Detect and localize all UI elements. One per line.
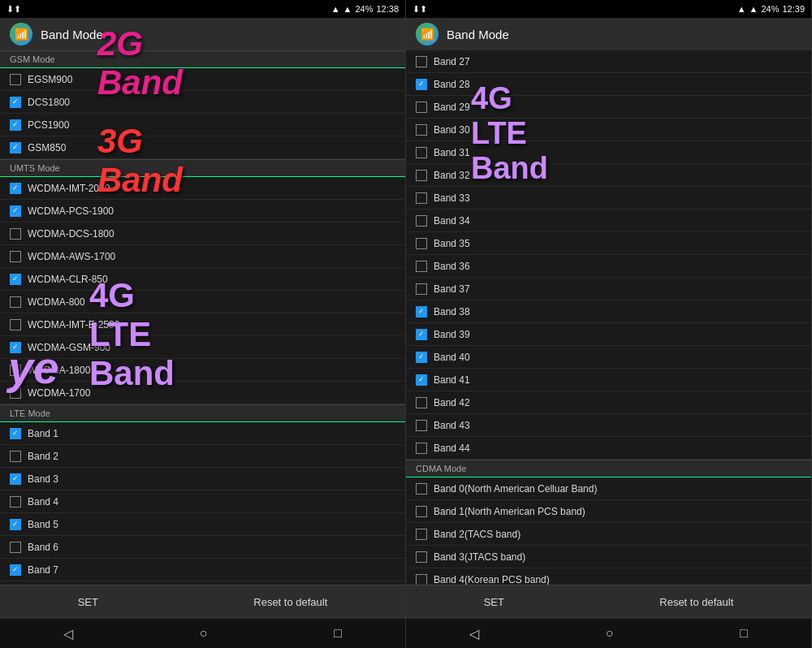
checkbox-cdma3[interactable]	[416, 551, 427, 563]
list-item[interactable]: Band 33	[406, 187, 811, 210]
checkbox-band37[interactable]	[416, 283, 427, 295]
list-item[interactable]: Band 3(JTACS band)	[406, 546, 811, 568]
checkbox-band32[interactable]	[416, 170, 427, 181]
list-item[interactable]: Band 36	[406, 255, 811, 278]
list-item[interactable]: Band 44	[406, 437, 811, 460]
list-item[interactable]: Band 28	[406, 73, 811, 96]
list-item[interactable]: Band 29	[406, 96, 811, 119]
list-item[interactable]: WCDMA-CLR-850	[0, 268, 405, 291]
checkbox-band31[interactable]	[416, 147, 427, 158]
list-item[interactable]: Band 31	[406, 141, 811, 164]
checkbox-band7[interactable]	[10, 564, 21, 576]
list-item[interactable]: WCDMA-IMT-E-2500	[0, 313, 405, 336]
checkbox-band28[interactable]	[416, 79, 427, 90]
list-item[interactable]: WCDMA-AWS-1700	[0, 245, 405, 268]
list-item[interactable]: Band 37	[406, 278, 811, 300]
checkbox-cdma0[interactable]	[416, 483, 427, 495]
checkbox-band40[interactable]	[416, 352, 427, 363]
list-item[interactable]: Band 2(TACS band)	[406, 523, 811, 546]
checkbox-pcs1900[interactable]	[10, 119, 21, 131]
recents-button-right[interactable]: □	[723, 623, 764, 644]
content-right[interactable]: Band 27 Band 28 Band 29 Band 30 Band 31 …	[406, 50, 811, 585]
list-item[interactable]: PCS1900	[0, 114, 405, 136]
checkbox-band5[interactable]	[10, 519, 21, 530]
list-item[interactable]: WCDMA-DCS-1800	[0, 222, 405, 245]
back-button-right[interactable]: ◁	[453, 623, 495, 645]
list-item[interactable]: Band 4	[0, 490, 405, 513]
list-item[interactable]: Band 42	[406, 391, 811, 414]
checkbox-cdma1[interactable]	[416, 506, 427, 517]
back-button-left[interactable]: ◁	[47, 623, 89, 645]
checkbox-pcs1900w[interactable]	[10, 205, 21, 217]
reset-button-right[interactable]: Reset to default	[643, 590, 749, 615]
list-item[interactable]: Band 1	[0, 422, 405, 445]
list-item[interactable]: Band 1(North American PCS band)	[406, 500, 811, 523]
set-button-left[interactable]: SET	[62, 590, 114, 615]
list-item[interactable]: Band 5	[0, 513, 405, 536]
checkbox-gsm850[interactable]	[10, 142, 21, 153]
list-item[interactable]: Band 39	[406, 323, 811, 346]
list-item[interactable]: Band 27	[406, 50, 811, 73]
list-item[interactable]: Band 38	[406, 300, 811, 323]
list-item[interactable]: WCDMA-1800	[0, 359, 405, 382]
checkbox-cdma2[interactable]	[416, 529, 427, 540]
checkbox-band30[interactable]	[416, 124, 427, 136]
checkbox-band34[interactable]	[416, 215, 427, 227]
checkbox-clr850[interactable]	[10, 274, 21, 285]
list-item[interactable]: Band 3	[0, 468, 405, 490]
checkbox-band2[interactable]	[10, 451, 21, 462]
list-item[interactable]: Band 35	[406, 232, 811, 255]
checkbox-band39[interactable]	[416, 329, 427, 340]
checkbox-imt2000[interactable]	[10, 183, 21, 194]
list-item[interactable]: Band 2	[0, 445, 405, 468]
checkbox-band27[interactable]	[416, 56, 427, 67]
checkbox-band42[interactable]	[416, 397, 427, 408]
list-item[interactable]: Band 7	[0, 559, 405, 581]
checkbox-band33[interactable]	[416, 192, 427, 204]
checkbox-band4[interactable]	[10, 496, 21, 508]
list-item[interactable]: Band 41	[406, 369, 811, 391]
checkbox-aws1700[interactable]	[10, 251, 21, 262]
list-item[interactable]: WCDMA-PCS-1900	[0, 200, 405, 222]
checkbox-band38[interactable]	[416, 306, 427, 318]
list-item[interactable]: WCDMA-800	[0, 291, 405, 313]
list-item[interactable]: WCDMA-1700	[0, 382, 405, 404]
checkbox-band35[interactable]	[416, 238, 427, 249]
checkbox-band43[interactable]	[416, 420, 427, 431]
checkbox-cdma4[interactable]	[416, 574, 427, 585]
checkbox-1700w[interactable]	[10, 387, 21, 399]
checkbox-band29[interactable]	[416, 102, 427, 113]
checkbox-band44[interactable]	[416, 443, 427, 454]
list-item[interactable]: EGSM900	[0, 68, 405, 91]
checkbox-1800w[interactable]	[10, 365, 21, 376]
list-item[interactable]: Band 40	[406, 346, 811, 369]
checkbox-800w[interactable]	[10, 296, 21, 308]
list-item[interactable]: Band 6	[0, 536, 405, 559]
content-left[interactable]: GSM Mode EGSM900 DCS1800 PCS1900 GSM850 …	[0, 50, 405, 585]
checkbox-band36[interactable]	[416, 261, 427, 272]
list-item[interactable]: Band 43	[406, 414, 811, 437]
checkbox-band3[interactable]	[10, 473, 21, 485]
home-button-right[interactable]: ○	[590, 623, 630, 644]
list-item[interactable]: GSM850	[0, 136, 405, 159]
checkbox-dcs1800w[interactable]	[10, 228, 21, 240]
set-button-right[interactable]: SET	[468, 590, 520, 615]
list-item[interactable]: Band 0(North American Celluar Band)	[406, 477, 811, 500]
checkbox-dcs1800[interactable]	[10, 97, 21, 108]
list-item[interactable]: DCS1800	[0, 91, 405, 114]
list-item[interactable]: Band 34	[406, 210, 811, 232]
checkbox-band6[interactable]	[10, 542, 21, 553]
checkbox-egsm900[interactable]	[10, 74, 21, 85]
checkbox-imt2500[interactable]	[10, 319, 21, 330]
checkbox-band41[interactable]	[416, 374, 427, 386]
recents-button-left[interactable]: □	[317, 623, 358, 644]
home-button-left[interactable]: ○	[184, 623, 224, 644]
list-item[interactable]: WCDMA-IMT-2000	[0, 177, 405, 200]
checkbox-gsm900w[interactable]	[10, 342, 21, 353]
list-item[interactable]: Band 4(Korean PCS band)	[406, 568, 811, 585]
checkbox-band1[interactable]	[10, 428, 21, 439]
reset-button-left[interactable]: Reset to default	[237, 590, 343, 615]
list-item[interactable]: Band 30	[406, 119, 811, 141]
list-item[interactable]: Band 32	[406, 164, 811, 187]
list-item[interactable]: WCDMA-GSM-900	[0, 336, 405, 359]
